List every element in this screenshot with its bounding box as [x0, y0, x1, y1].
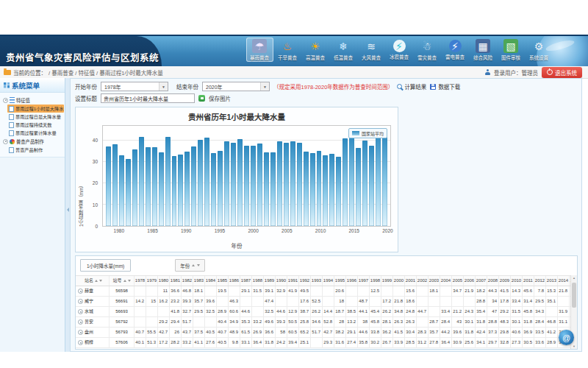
column-header-year[interactable]: 1999 — [381, 276, 393, 286]
column-header-year[interactable]: 2008 — [487, 276, 499, 286]
station-id-cell: 56793 — [110, 328, 135, 337]
nav-item-snow[interactable]: ☃雪灾普查 — [414, 38, 441, 62]
column-header-year[interactable]: 1994 — [323, 276, 334, 286]
column-header-year[interactable]: 2002 — [417, 276, 429, 286]
scrollbar-thumb[interactable] — [572, 283, 576, 308]
column-header-year[interactable]: 1993 — [311, 276, 323, 286]
document-icon — [9, 114, 14, 120]
chart-title-input[interactable] — [101, 93, 195, 103]
nav-item-gale[interactable]: ≋大风普查 — [358, 38, 385, 62]
column-header-year[interactable]: 2011 — [523, 276, 534, 286]
column-header-year[interactable]: 1990 — [276, 276, 287, 286]
table-row[interactable]: 水城5669341.832.729.532.528.960.644.632.54… — [76, 307, 571, 317]
table-row[interactable]: 普安5679229.229.451.740.434.935.333.249.63… — [76, 317, 571, 328]
calculate-label: 计算结果 — [404, 82, 426, 91]
nav-item-hail[interactable]: ⚡冰雹普查 — [386, 38, 413, 62]
column-header-year[interactable]: 2000 — [393, 276, 405, 286]
x-tick-label: 1980 — [114, 228, 124, 233]
column-header-year[interactable]: 1987 — [240, 276, 252, 286]
table-row[interactable]: 赫章565981136.646.818.119.529.131.539.132.… — [76, 286, 571, 297]
value-cell: 37.5 — [193, 328, 205, 337]
column-header-year[interactable]: 1992 — [299, 276, 311, 286]
column-header-year[interactable]: 1983 — [193, 276, 205, 286]
sidebar-group[interactable]: 特征值 — [1, 96, 64, 105]
scroll-down-icon[interactable]: ▼ — [571, 344, 577, 348]
nav-item-lightning[interactable]: ⚡雷电普查 — [442, 38, 469, 62]
column-header-year[interactable]: 2005 — [452, 276, 464, 286]
sidebar-group[interactable]: 普查产品制作 — [1, 137, 64, 146]
bar-1979 — [112, 144, 118, 226]
value-cell: 31.5 — [252, 286, 264, 296]
column-header-year[interactable]: 2001 — [405, 276, 417, 286]
column-header-year[interactable]: 1996 — [346, 276, 358, 286]
sidebar-item[interactable]: 暴雨过程累计降水量 — [7, 129, 64, 137]
list-icon — [10, 97, 15, 103]
column-header-year[interactable]: 1985 — [217, 276, 229, 286]
bar-2017 — [362, 141, 368, 226]
nav-item-drought[interactable]: ♨干旱普查 — [274, 38, 301, 62]
range-note: （规定采用1978-2020年数据作为普查时间范围） — [273, 82, 393, 91]
row-select-radio[interactable] — [78, 289, 83, 294]
nav-item-high-temp[interactable]: ☀高温普查 — [302, 38, 329, 62]
column-header-year[interactable]: 2010 — [511, 276, 523, 286]
column-header-year[interactable]: 2012 — [534, 276, 546, 286]
y-tick-label: 10 — [93, 202, 98, 208]
scroll-up-icon[interactable]: ▲ — [571, 276, 577, 280]
column-header-year[interactable]: 1982 — [182, 276, 193, 286]
start-year-select[interactable]: 1978年 ▼ — [101, 82, 168, 91]
column-header-year[interactable]: 1995 — [334, 276, 346, 286]
column-header-year[interactable]: 1989 — [264, 276, 276, 286]
column-header-year[interactable]: 1981 — [170, 276, 182, 286]
end-year-select[interactable]: 2020年 ▼ — [202, 82, 270, 91]
column-header-year[interactable]: 2009 — [499, 276, 511, 286]
column-header-year[interactable]: 1979 — [146, 276, 158, 286]
logout-button[interactable]: 退出系统 — [542, 67, 582, 78]
table-row[interactable]: 桐梓5760640.151.317.228.233.241.127.640.59… — [76, 338, 571, 348]
sidebar-item[interactable]: 暴雨过程持续天数 — [7, 121, 64, 129]
column-header-station-id[interactable]: 站号 — [110, 276, 135, 286]
download-button[interactable]: 数据下载 — [430, 82, 460, 91]
value-cell: 27.3 — [511, 338, 523, 347]
table-row[interactable]: 威宁5669114.21516.223.239.335.739.646.347.… — [76, 297, 571, 307]
row-select-radio[interactable] — [78, 340, 83, 345]
nav-item-settings[interactable]: ⚙系统设置 — [526, 38, 553, 62]
column-header-year[interactable]: 2007 — [476, 276, 487, 286]
year-sort-button[interactable]: 年份 — [175, 259, 205, 272]
column-header-year[interactable]: 1986 — [229, 276, 240, 286]
calculate-button[interactable]: 计算结果 — [397, 82, 426, 91]
sidebar-item[interactable]: 普查产品制作 — [7, 146, 64, 154]
column-header-year[interactable]: 1978 — [135, 276, 146, 286]
row-select-radio[interactable] — [78, 330, 83, 335]
column-header-year[interactable]: 1980 — [158, 276, 170, 286]
column-header-year[interactable]: 1988 — [252, 276, 264, 286]
value-cell: 32.9 — [276, 286, 287, 296]
nav-item-map-review[interactable]: ▧图件审核 — [498, 38, 525, 62]
nav-item-composite-risk[interactable]: ▦综合风险 — [470, 38, 497, 62]
column-header-year[interactable]: 1991 — [287, 276, 299, 286]
column-header-year[interactable]: 1998 — [370, 276, 381, 286]
value-cell: 41.5 — [393, 328, 405, 337]
column-header-year[interactable]: 2013 — [546, 276, 558, 286]
column-header-station-name[interactable]: 站名 — [76, 276, 110, 286]
table-row[interactable]: 盘州5679340.755.542.72643.737.540.540.748.… — [76, 328, 571, 338]
value-cell — [229, 286, 240, 296]
column-header-year[interactable]: 2006 — [464, 276, 476, 286]
row-select-radio[interactable] — [78, 309, 83, 314]
column-header-year[interactable]: 2003 — [429, 276, 440, 286]
nav-item-rainstorm[interactable]: ☂暴雨普查 — [246, 38, 273, 62]
sidebar-item[interactable]: 暴雨过程1小时最大降水量 — [7, 105, 64, 113]
station-name: 桐梓 — [85, 338, 93, 347]
column-header-year[interactable]: 1984 — [205, 276, 217, 286]
column-header-year[interactable]: 2014 — [558, 276, 570, 286]
floating-widget-button[interactable]: @ — [559, 330, 574, 345]
value-cell: 28.8 — [487, 317, 499, 327]
column-header-year[interactable]: 1997 — [358, 276, 370, 286]
value-cell: 34.1 — [476, 338, 487, 347]
row-select-radio[interactable] — [78, 319, 83, 325]
nav-item-low-temp[interactable]: ❄低温普查 — [330, 38, 357, 62]
save-image-button[interactable]: 保存图片 — [209, 94, 231, 102]
value-cell: 29.4 — [170, 317, 182, 327]
sidebar-item[interactable]: 暴雨过程日最大降水量 — [7, 113, 64, 121]
row-select-radio[interactable] — [78, 299, 83, 304]
column-header-year[interactable]: 2004 — [440, 276, 452, 286]
